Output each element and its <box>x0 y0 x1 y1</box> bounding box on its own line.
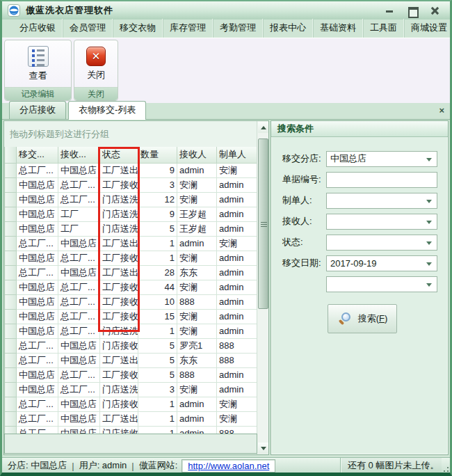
ribbon-toolbar: 查看 记录编辑 ✕ 关闭 关闭 <box>2 38 450 103</box>
row-indicator[interactable] <box>5 294 17 309</box>
table-row[interactable]: 中国总店工厂门店送洗5王岁超admin <box>5 221 258 236</box>
table-row[interactable]: 中国总店总工厂...门店送洗12安澜admin <box>5 192 258 207</box>
cell: 王岁超 <box>177 207 217 221</box>
creator-combo[interactable] <box>326 193 437 209</box>
document-number-input[interactable] <box>326 172 437 188</box>
menu-item-3[interactable]: 移交衣物 <box>113 19 163 38</box>
table-row[interactable]: 中国总店总工厂...工厂接收5888admin <box>5 367 258 382</box>
scroll-up-icon[interactable] <box>258 122 268 133</box>
menu-item-6[interactable]: 报表中心 <box>263 19 313 38</box>
row-indicator[interactable] <box>5 265 17 280</box>
cell: 工厂接收 <box>100 367 138 382</box>
chevron-down-icon[interactable] <box>426 200 432 203</box>
row-indicator[interactable] <box>5 309 17 324</box>
cell: 中国总店 <box>17 324 58 338</box>
vertical-scrollbar[interactable] <box>257 121 268 454</box>
status-separator: | <box>131 461 134 471</box>
menu-item-9[interactable]: 商城设置 <box>404 19 452 38</box>
table-row[interactable]: 总工厂...中国总店门店接收5罗亮1888 <box>5 338 258 353</box>
menu-item-5[interactable]: 考勤管理 <box>213 19 263 38</box>
table-row[interactable]: 中国总店总工厂...门店送洗1安澜admin <box>5 324 258 338</box>
table-row[interactable]: 总工厂...中国总店工厂送出1admin安澜 <box>5 411 258 426</box>
cell: 1 <box>138 324 177 338</box>
table-row[interactable]: 总工厂...中国总店工厂送出1admin安澜 <box>5 236 258 251</box>
row-indicator[interactable] <box>5 177 17 192</box>
status-branch: 分店: 中国总店 <box>8 459 67 472</box>
close-window-button[interactable] <box>429 6 440 15</box>
cell: 总工厂... <box>17 236 58 251</box>
row-indicator[interactable] <box>5 338 17 353</box>
table-row[interactable]: 总工厂...中国总店门店接收1admin安澜 <box>5 397 258 411</box>
table-row[interactable]: 中国总店总工厂...工厂接收3安澜admin <box>5 177 258 192</box>
table-row[interactable]: 中国总店总工厂...工厂接收15安澜admin <box>5 309 258 324</box>
extra-filter-combo[interactable] <box>326 276 437 292</box>
table-row[interactable]: 总工厂...中国总店工厂送出9admin安澜 <box>5 163 258 177</box>
chevron-down-icon[interactable] <box>426 158 432 161</box>
scrollbar-thumb[interactable] <box>258 138 268 309</box>
table-row[interactable]: 中国总店总工厂...工厂接收10888admin <box>5 294 258 309</box>
column-header-4[interactable]: 数量 <box>138 147 177 163</box>
table-row[interactable]: 总工厂...中国总店工厂送出28东东admin <box>5 265 258 280</box>
view-button[interactable]: 查看 <box>5 40 71 87</box>
table-row[interactable]: 中国总店工厂门店送洗9王岁超admin <box>5 207 258 221</box>
row-indicator[interactable] <box>5 163 17 177</box>
cell: 安澜 <box>177 177 217 192</box>
receiver-combo[interactable] <box>326 214 437 230</box>
view-list-icon <box>28 46 49 67</box>
menu-item-8[interactable]: 工具面 <box>363 19 404 38</box>
group-by-hint: 拖动列标题到这进行分组 <box>10 128 109 141</box>
row-indicator[interactable] <box>5 382 17 397</box>
status-combo[interactable] <box>326 235 437 251</box>
column-header-1[interactable]: 移交... <box>17 147 58 163</box>
row-indicator[interactable] <box>5 221 17 236</box>
transfer-date-combo[interactable]: 2017-09-19 <box>326 255 437 271</box>
row-indicator[interactable] <box>5 324 17 338</box>
column-header-5[interactable]: 接收人 <box>177 147 217 163</box>
status-user: 用户: admin <box>79 459 127 472</box>
table-row[interactable]: 中国总店总工厂...工厂接收44安澜admin <box>5 280 258 294</box>
menu-item-7[interactable]: 基础资料 <box>313 19 363 38</box>
cell: 中国总店 <box>17 221 58 236</box>
column-header-3[interactable]: 状态 <box>100 147 138 163</box>
cell: 中国总店 <box>58 397 100 411</box>
chevron-down-icon[interactable] <box>426 241 432 245</box>
table-row[interactable]: 中国总店总工厂...工厂接收1安澜admin <box>5 251 258 265</box>
chevron-down-icon[interactable] <box>426 283 432 287</box>
close-tab-button[interactable]: ✕ 关闭 <box>74 40 118 87</box>
row-indicator[interactable] <box>5 192 17 207</box>
scroll-down-icon[interactable] <box>258 443 268 454</box>
doc-tab-1[interactable]: 分店接收 <box>9 101 66 119</box>
row-indicator[interactable] <box>5 236 17 251</box>
table-row[interactable]: 中国总店总工厂...门店送洗3安澜admin <box>5 382 258 397</box>
site-url-link[interactable]: http://www.aolan.net <box>188 461 269 471</box>
menu-item-4[interactable]: 库存管理 <box>163 19 213 38</box>
resize-grip[interactable] <box>442 465 450 473</box>
chevron-down-icon[interactable] <box>426 262 432 266</box>
minimize-button[interactable] <box>385 6 396 15</box>
column-header-6[interactable]: 制单人 <box>217 147 258 163</box>
row-indicator[interactable] <box>5 397 17 411</box>
cell: 5 <box>138 221 177 236</box>
maximize-button[interactable] <box>407 6 418 15</box>
row-indicator[interactable] <box>5 411 17 426</box>
chevron-down-icon[interactable] <box>426 221 432 224</box>
cell: admin <box>217 367 258 382</box>
menu-item-2[interactable]: 会员管理 <box>63 19 113 38</box>
cell: 安澜 <box>177 309 217 324</box>
app-logo-icon <box>8 4 20 17</box>
doc-tab-2[interactable]: 衣物移交-列表 <box>68 101 146 120</box>
cell: 9 <box>138 207 177 221</box>
search-field-row: 移交分店:中国总店 <box>271 148 448 169</box>
search-button[interactable]: 搜索(F) <box>328 304 397 333</box>
row-indicator[interactable] <box>5 251 17 265</box>
column-header-2[interactable]: 接收... <box>58 147 100 163</box>
row-indicator[interactable] <box>5 207 17 221</box>
cell: 总工厂... <box>58 309 100 324</box>
transfer-branch-combo[interactable]: 中国总店 <box>326 151 437 167</box>
row-indicator[interactable] <box>5 353 17 367</box>
row-indicator[interactable] <box>5 280 17 294</box>
table-row[interactable]: 总工厂...中国总店工厂送出5东东888 <box>5 353 258 367</box>
row-indicator[interactable] <box>5 367 17 382</box>
menu-item-1[interactable]: 分店收银 <box>13 19 63 38</box>
tabstrip-close-icon[interactable]: × <box>439 106 444 115</box>
